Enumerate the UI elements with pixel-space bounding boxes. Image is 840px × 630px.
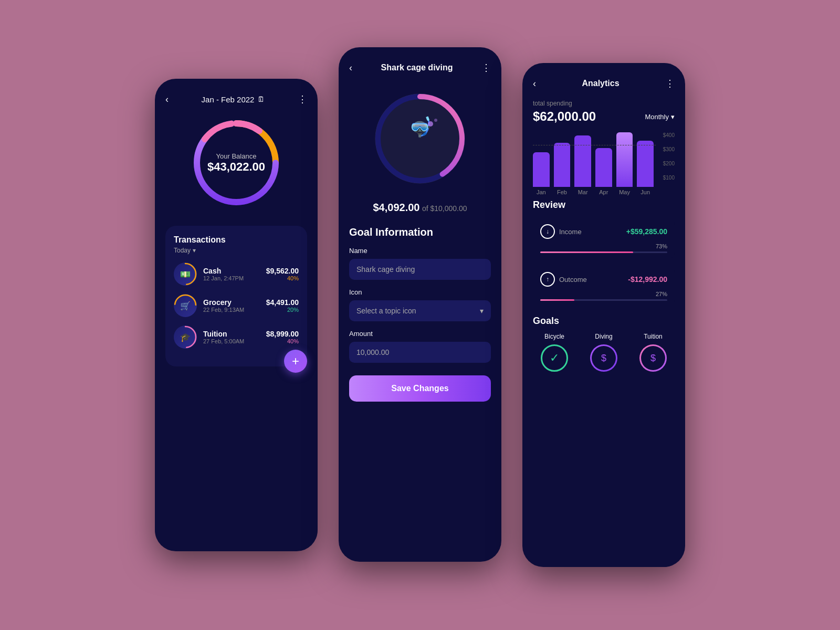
amount-input[interactable] xyxy=(349,342,491,363)
goals-title: Goals xyxy=(533,316,675,327)
analytics-nav: ‹ Analytics ⋮ xyxy=(533,78,675,89)
save-changes-button[interactable]: Save Changes xyxy=(349,375,491,402)
diving-circle: $ xyxy=(590,344,617,372)
balance-amount: $43,022.00 xyxy=(207,160,265,174)
tx-tuition-date: 27 Feb, 5:00AM xyxy=(203,338,260,344)
tx-cash-name: Cash xyxy=(203,267,260,275)
tx-tuition-amount: $8,999.00 xyxy=(266,330,299,338)
analytics-back-button[interactable]: ‹ xyxy=(533,78,536,89)
bar-may: May xyxy=(616,132,633,195)
period-dropdown[interactable]: Monthly ▾ xyxy=(645,113,675,121)
transactions-title: Transactions xyxy=(174,235,299,245)
bar-chart: Jan Feb Mar Apr May xyxy=(533,132,675,195)
balance-display: Your Balance $43,022.00 xyxy=(207,152,265,174)
tx-grocery-pct: 20% xyxy=(266,307,299,313)
income-bar xyxy=(540,251,633,253)
icon-select[interactable]: Select a topic icon ▾ xyxy=(349,300,491,321)
form-title: Goal Information xyxy=(349,226,491,238)
outcome-label: Outcome xyxy=(559,276,587,284)
svg-text:🤿: 🤿 xyxy=(408,116,432,138)
income-review-item: ↓ Income +$59,285.00 73% xyxy=(533,218,675,259)
add-button[interactable]: + xyxy=(284,350,307,373)
cash-icon: 💵 xyxy=(174,262,197,286)
tx-grocery-date: 22 Feb, 9:13AM xyxy=(203,307,260,313)
transaction-item-cash[interactable]: 💵 Cash 12 Jan, 2:47PM $9,562.00 40% xyxy=(174,262,299,286)
name-label: Name xyxy=(349,247,491,255)
date-title: Jan - Feb 2022 🗓 xyxy=(202,95,265,104)
center-phone: ‹ Shark cage diving ⋮ 🤿 $4,092.00 xyxy=(339,47,501,562)
analytics-title: Analytics xyxy=(582,79,619,88)
balance-label: Your Balance xyxy=(207,152,265,160)
goal-tuition[interactable]: Tuition $ xyxy=(632,333,675,372)
income-icon: ↓ xyxy=(540,224,555,239)
outcome-amount: -$12,992.00 xyxy=(628,275,667,284)
amount-label: Amount xyxy=(349,330,491,338)
center-more-button[interactable]: ⋮ xyxy=(481,62,491,74)
svg-point-11 xyxy=(428,121,433,127)
transaction-item-grocery[interactable]: 🛒 Grocery 22 Feb, 9:13AM $4,491.00 20% xyxy=(174,294,299,317)
spending-amount: $62,000.00 xyxy=(533,109,596,124)
bar-feb: Feb xyxy=(554,132,571,195)
grocery-icon: 🛒 xyxy=(174,294,197,317)
goal-diving[interactable]: Diving $ xyxy=(582,333,625,372)
spending-label: total spending xyxy=(533,100,675,107)
tuition-label: Tuition xyxy=(632,333,675,340)
period-selector[interactable]: Today ▾ xyxy=(174,247,299,254)
bicycle-label: Bicycle xyxy=(533,333,576,340)
svg-point-12 xyxy=(434,119,437,122)
tuition-circle: $ xyxy=(639,344,667,372)
transactions-section: Transactions Today ▾ 💵 Cash 12 Jan, 2:47… xyxy=(165,226,307,366)
bar-chart-bars: Jan Feb Mar Apr May xyxy=(533,132,675,195)
left-nav: ‹ Jan - Feb 2022 🗓 ⋮ xyxy=(165,93,307,105)
icon-label: Icon xyxy=(349,288,491,296)
goal-ring: 🤿 xyxy=(349,86,491,191)
income-label: Income xyxy=(559,228,582,236)
goals-list: Bicycle ✓ Diving $ Tuition $ xyxy=(533,333,675,372)
tx-cash-pct: 40% xyxy=(266,275,299,281)
goal-form: Goal Information Name Icon Select a topi… xyxy=(349,226,491,402)
outcome-bar-bg xyxy=(540,299,667,301)
outcome-bar xyxy=(540,299,574,301)
more-options-button[interactable]: ⋮ xyxy=(298,93,307,105)
tx-tuition-name: Tuition xyxy=(203,330,260,338)
back-button[interactable]: ‹ xyxy=(165,94,169,105)
left-phone: ‹ Jan - Feb 2022 🗓 ⋮ Your Balanc xyxy=(155,79,318,551)
analytics-more-button[interactable]: ⋮ xyxy=(665,78,675,89)
tx-grocery-amount: $4,491.00 xyxy=(266,298,299,307)
tx-tuition-pct: 40% xyxy=(266,338,299,344)
calendar-icon: 🗓 xyxy=(257,95,265,103)
bar-jan: Jan xyxy=(533,132,550,195)
transaction-item-tuition[interactable]: 🎓 Tuition 27 Feb, 5:00AM $8,999.00 40% xyxy=(174,326,299,349)
income-amount: +$59,285.00 xyxy=(626,227,667,236)
center-title: Shark cage diving xyxy=(381,63,453,72)
goal-of-amount: of $10,000.00 xyxy=(422,204,467,213)
income-pct: 73% xyxy=(540,243,667,249)
name-input[interactable] xyxy=(349,259,491,280)
goal-bicycle[interactable]: Bicycle ✓ xyxy=(533,333,576,372)
spending-row: $62,000.00 Monthly ▾ xyxy=(533,109,675,124)
outcome-review-item: ↑ Outcome -$12,992.00 27% xyxy=(533,266,675,307)
bar-jun: Jun xyxy=(637,132,654,195)
tuition-icon: 🎓 xyxy=(174,326,197,349)
income-bar-bg xyxy=(540,251,667,253)
review-title: Review xyxy=(533,200,675,211)
goal-ring-svg: 🤿 xyxy=(368,86,472,191)
tx-grocery-name: Grocery xyxy=(203,298,260,307)
center-back-button[interactable]: ‹ xyxy=(349,62,352,74)
bicycle-circle: ✓ xyxy=(541,344,568,372)
balance-ring: Your Balance $43,022.00 xyxy=(165,116,307,210)
goal-current-amount: $4,092.00 xyxy=(373,202,419,213)
chart-dashed-line xyxy=(533,145,656,145)
goal-progress-display: $4,092.00 of $10,000.00 xyxy=(349,202,491,214)
tx-cash-amount: $9,562.00 xyxy=(266,267,299,275)
bar-apr: Apr xyxy=(595,132,612,195)
diving-label: Diving xyxy=(582,333,625,340)
bar-mar: Mar xyxy=(574,132,591,195)
outcome-pct: 27% xyxy=(540,291,667,297)
tx-cash-date: 12 Jan, 2:47PM xyxy=(203,275,260,281)
right-phone: ‹ Analytics ⋮ total spending $62,000.00 … xyxy=(522,63,685,567)
center-nav: ‹ Shark cage diving ⋮ xyxy=(349,62,491,74)
outcome-icon: ↑ xyxy=(540,272,555,287)
